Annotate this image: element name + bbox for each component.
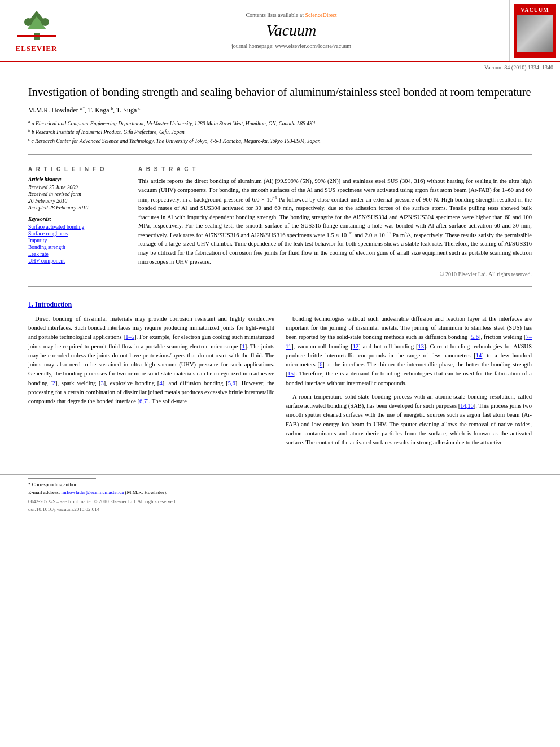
elsevier-tree-icon	[17, 8, 56, 42]
revised-date: 26 February 2010	[28, 198, 127, 204]
email-label: E-mail address:	[28, 490, 60, 495]
doi-line: doi:10.1016/j.vacuum.2010.02.014	[28, 506, 532, 512]
intro-para-2: bonding technologies without such undesi…	[286, 314, 532, 388]
history-label: Article history:	[28, 177, 127, 182]
email-author-name: (M.M.R. Howlader).	[125, 490, 167, 495]
intro-two-col: Direct bonding of dissimilar materials m…	[28, 314, 532, 452]
elsevier-logo: ELSEVIER	[16, 8, 58, 53]
keyword-6: UHV component	[28, 258, 127, 264]
article-info-abstract-section: A R T I C L E I N F O Article history: R…	[28, 160, 532, 277]
journal-info-section: Contents lists available at ScienceDirec…	[73, 0, 509, 61]
received-revised-label: Received in revised form	[28, 191, 127, 197]
copyright: © 2010 Elsevier Ltd. All rights reserved…	[138, 271, 532, 277]
footnote-corresponding: * Corresponding author.	[28, 481, 532, 489]
vacuum-cover-label: VACUUM	[520, 7, 549, 13]
section-1-title: 1. Introduction	[28, 300, 532, 309]
paper-citation: Vacuum 84 (2010) 1334–1340	[484, 64, 553, 71]
issn-text: 0042-207X/$ – see front matter © 2010 El…	[28, 499, 177, 504]
received-date: Received 25 June 2009	[28, 185, 127, 190]
article-info-column: A R T I C L E I N F O Article history: R…	[28, 160, 127, 277]
keywords-section: Keywords: Surface activated bonding Surf…	[28, 216, 127, 264]
journal-title: Vacuum	[266, 21, 317, 40]
elsevier-brand-label: ELSEVIER	[16, 44, 58, 53]
intro-para-3: A room temperature solid-state bonding p…	[286, 392, 532, 448]
elsevier-logo-section: ELSEVIER	[0, 0, 73, 61]
sciencedirect-line: Contents lists available at ScienceDirec…	[246, 12, 336, 18]
vacuum-cover-image: VACUUM	[514, 4, 556, 58]
authors-line: M.M.R. Howlader a,*, T. Kaga b, T. Suga …	[28, 106, 532, 115]
journal-cover-section: VACUUM	[509, 0, 560, 61]
intro-col-left: Direct bonding of dissimilar materials m…	[28, 314, 274, 452]
divider-1	[28, 154, 532, 155]
corresponding-label: * Corresponding author.	[28, 482, 77, 487]
page-footer: * Corresponding author. E-mail address: …	[0, 474, 560, 512]
journal-homepage: journal homepage: www.elsevier.com/locat…	[231, 43, 351, 49]
intro-para-1: Direct bonding of dissimilar materials m…	[28, 314, 274, 407]
paper-info-bar: Vacuum 84 (2010) 1334–1340	[0, 62, 560, 73]
homepage-text: journal homepage: www.elsevier.com/locat…	[231, 43, 351, 49]
keyword-5: Leak rate	[28, 251, 127, 257]
page-header: ELSEVIER Contents lists available at Sci…	[0, 0, 560, 62]
affiliation-c: c c Research Center for Advanced Science…	[28, 137, 532, 145]
svg-rect-5	[17, 35, 56, 37]
keywords-label: Keywords:	[28, 216, 127, 222]
main-content: Investigation of bonding strength and se…	[0, 73, 560, 463]
abstract-header: A B S T R A C T	[138, 166, 532, 172]
article-history: Article history: Received 25 June 2009 R…	[28, 177, 127, 211]
introduction-section: 1. Introduction Direct bonding of dissim…	[28, 300, 532, 452]
keyword-2: Surface roughness	[28, 231, 127, 237]
sciencedirect-link[interactable]: ScienceDirect	[305, 12, 336, 18]
bonded-mates-text: bonded mates	[138, 205, 172, 211]
email-link[interactable]: mrhowlader@ece.mcmaster.ca	[61, 490, 124, 495]
footnote-divider	[28, 478, 96, 479]
section-1-heading: Introduction	[35, 300, 72, 308]
paper-title: Investigation of bonding strength and se…	[28, 85, 532, 99]
svg-point-3	[24, 18, 32, 26]
vacuum-cover-artwork	[517, 15, 553, 52]
affiliation-a: a a Electrical and Computer Engineering …	[28, 119, 532, 128]
keyword-4: Bonding strength	[28, 244, 127, 250]
issn-line: 0042-207X/$ – see front matter © 2010 El…	[28, 499, 532, 504]
article-info-header: A R T I C L E I N F O	[28, 166, 127, 172]
accepted-date: Accepted 28 February 2010	[28, 205, 127, 211]
footnote-email: E-mail address: mrhowlader@ece.mcmaster.…	[28, 489, 532, 497]
keyword-3: Impurity	[28, 238, 127, 243]
affiliation-b: b b Research Institute of Industrial Pro…	[28, 128, 532, 136]
sciencedirect-prefix: Contents lists available at	[246, 12, 303, 18]
abstract-column: A B S T R A C T This article reports the…	[138, 160, 532, 277]
divider-2	[28, 286, 532, 287]
intro-col-right: bonding technologies without such undesi…	[286, 314, 532, 452]
keyword-1: Surface activated bonding	[28, 224, 127, 230]
svg-point-4	[41, 18, 49, 26]
section-1-number: 1.	[28, 300, 33, 308]
affiliations: a a Electrical and Computer Engineering …	[28, 119, 532, 145]
doi-text: doi:10.1016/j.vacuum.2010.02.014	[28, 506, 99, 512]
abstract-text: This article reports the direct bonding …	[138, 177, 532, 267]
